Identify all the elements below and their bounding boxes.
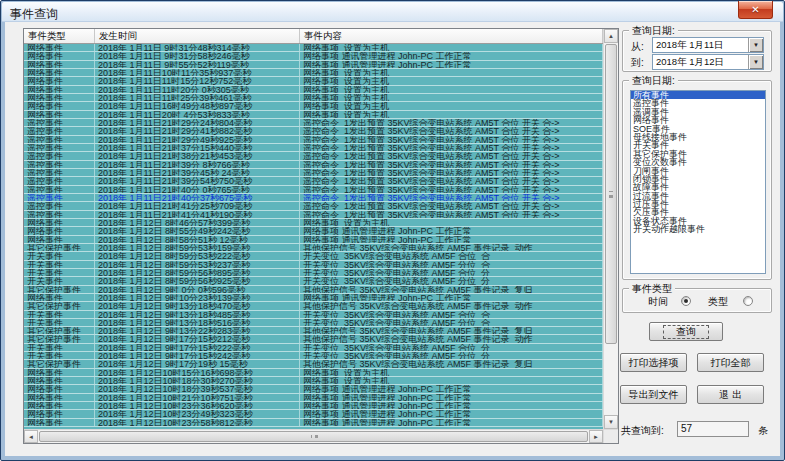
- table-row[interactable]: 网络事件2018年 1月11日 9时31分58秒246毫秒网络事项 通讯管理进程…: [24, 52, 603, 60]
- table-row[interactable]: 其它保护事件2018年 1月12日 9时 0分 0秒596毫秒其他保护信号 35…: [24, 286, 603, 294]
- table-row[interactable]: 遥控事件2018年 1月11日21时41分25秒709毫秒遥控命令 1发出预置 …: [24, 202, 603, 210]
- cell-time: 2018年 1月12日 9时13分18秒516毫秒: [95, 319, 300, 326]
- table-row[interactable]: 开关事件2018年 1月12日 9时13分18秒485毫秒开关变位 35KV综合…: [24, 311, 603, 319]
- exit-button[interactable]: 退 出: [697, 385, 764, 404]
- table-row[interactable]: 网络事件2018年 1月12日10时23分36秒620毫秒网络事项 通讯管理进程…: [24, 402, 603, 410]
- table-row[interactable]: 网络事件2018年 1月11日20时 4分53秒833毫秒网络事项 设置为主机: [24, 111, 603, 119]
- title-bar[interactable]: 事件查询: [2, 2, 783, 22]
- table-row[interactable]: 开关事件2018年 1月12日 9时17分15秒222毫秒开关变位 35KV综合…: [24, 344, 603, 352]
- cell-content: 开关变位 35KV综合变电站系统 AM5F 合位 分: [300, 269, 603, 276]
- scroll-left-arrow-icon[interactable]: ◄: [24, 430, 38, 443]
- cell-content: 遥控命令 1发出预置 35KV综合变电站系统 AM5T 合位 开关 合->: [300, 144, 603, 151]
- col-header-event-content[interactable]: 事件内容: [300, 29, 603, 43]
- table-row[interactable]: 遥控事件2018年 1月11日21时39分45秒 24毫秒遥控命令 1发出预置 …: [24, 169, 603, 177]
- table-row[interactable]: 网络事件2018年 1月11日10时11分35秒937毫秒网络事项 设置为主机: [24, 69, 603, 77]
- table-row[interactable]: 遥控事件2018年 1月11日21时29分24秒804毫秒遥控命令 1发出预置 …: [24, 119, 603, 127]
- table-row[interactable]: 遥控事件2018年 1月11日21时37分15秒440毫秒遥控命令 1发出预置 …: [24, 144, 603, 152]
- table-row[interactable]: 网络事件2018年 1月11日11时15分12秒752毫秒网络事项 设置为主机: [24, 77, 603, 85]
- table-row[interactable]: 开关事件2018年 1月12日 9时17分15秒242毫秒开关变位 35KV综合…: [24, 352, 603, 360]
- table-row[interactable]: 网络事件2018年 1月11日 9时55分52秒119毫秒网络事项 通讯管理进程…: [24, 61, 603, 69]
- close-button[interactable]: ✕: [738, 1, 773, 19]
- table-row[interactable]: 其它保护事件2018年 1月12日 9时13分22秒283毫秒其他保护信号 35…: [24, 327, 603, 335]
- cell-type: 开关事件: [24, 252, 95, 259]
- horizontal-scroll-thumb[interactable]: [39, 431, 588, 442]
- table-row[interactable]: 遥控事件2018年 1月11日21时39分54秒750毫秒遥控命令 1发出预置 …: [24, 177, 603, 185]
- cell-content: 遥控命令 1发出预置 35KV综合变电站系统 AM5T 合位 开关 合->: [300, 202, 603, 209]
- cell-time: 2018年 1月12日 9时13分18秒485毫秒: [95, 311, 300, 318]
- listbox-item[interactable]: 开关动作越限事件: [631, 225, 765, 233]
- table-row[interactable]: 网络事件2018年 1月12日10时18分30秒270毫秒网络事项 设置为主机: [24, 377, 603, 385]
- table-row[interactable]: 其它保护事件2018年 1月12日 8时59分53秒159毫秒其他保护信号 35…: [24, 244, 603, 252]
- cell-content: 网络事项 通讯管理进程 John-PC 工作正常: [300, 419, 603, 426]
- cell-type: 网络事件: [24, 377, 95, 384]
- table-row[interactable]: 网络事件2018年 1月12日10时23分58秒812毫秒网络事项 通讯管理进程…: [24, 419, 603, 427]
- table-row[interactable]: 网络事件2018年 1月12日 8时46分57秒399毫秒网络事项 设置为主机: [24, 219, 603, 227]
- scroll-down-arrow-icon[interactable]: ▼: [604, 415, 618, 429]
- query-button[interactable]: 查询: [649, 322, 723, 341]
- table-row[interactable]: 其它保护事件2018年 1月12日 9时17分19秒 15毫秒其他保护信号 35…: [24, 360, 603, 368]
- vertical-scroll-thumb[interactable]: [605, 44, 617, 344]
- table-row[interactable]: 遥控事件2018年 1月11日21时29分41秒882毫秒遥控命令 1发出预置 …: [24, 127, 603, 135]
- table-row[interactable]: 遥控事件2018年 1月11日21时40分 0秒765毫秒遥控命令 1发出预置 …: [24, 186, 603, 194]
- scroll-right-arrow-icon[interactable]: ►: [589, 430, 603, 443]
- table-row[interactable]: 开关事件2018年 1月12日 8时59分56秒895毫秒开关变位 35KV综合…: [24, 269, 603, 277]
- chevron-down-icon[interactable]: ▼: [748, 38, 763, 52]
- table-row[interactable]: 开关事件2018年 1月12日 8时59分56秒925毫秒开关变位 35KV综合…: [24, 277, 603, 285]
- table-row[interactable]: 网络事件2018年 1月12日10时21分10秒751毫秒网络事项 通讯管理进程…: [24, 394, 603, 402]
- cell-content: 开关变位 35KV综合变电站系统 AM5F 分位 分: [300, 277, 603, 284]
- table-row[interactable]: 遥控事件2018年 1月11日21时29分49秒925毫秒遥控命令 1发出预置 …: [24, 136, 603, 144]
- table-row[interactable]: 其它保护事件2018年 1月12日 9时13分18秒470毫秒其他保护信号 35…: [24, 302, 603, 310]
- table-row[interactable]: 网络事件2018年 1月12日10时23分49秒323毫秒网络事项 通讯管理进程…: [24, 410, 603, 418]
- cell-type: 遥控事件: [24, 127, 95, 134]
- table-row[interactable]: 网络事件2018年 1月11日11时20分 0秒305毫秒网络事项 设置为主机: [24, 86, 603, 94]
- cell-time: 2018年 1月11日 9时55分52秒119毫秒: [95, 61, 300, 68]
- event-type-listbox[interactable]: 所有事件遥控事件遥调事件网络事件SOE事件母线接地事件开关事件其它保护事件变位次…: [630, 90, 766, 274]
- table-row[interactable]: 其它保护事件2018年 1月12日 9时17分15秒212毫秒其他保护信号 35…: [24, 335, 603, 343]
- cell-time: 2018年 1月11日21时37分15秒440毫秒: [95, 144, 300, 151]
- table-row[interactable]: 网络事件2018年 1月12日 8时55分49秒242毫秒网络事项 通讯管理进程…: [24, 227, 603, 235]
- vertical-scrollbar[interactable]: ▲ ▼: [603, 29, 618, 429]
- cell-content: 网络事项 设置为主机: [300, 219, 603, 226]
- cell-time: 2018年 1月11日 9时31分48秒314毫秒: [95, 44, 300, 51]
- export-to-file-button[interactable]: 导出到文件: [620, 385, 687, 404]
- table-row[interactable]: 开关事件2018年 1月12日 9时13分18秒516毫秒开关变位 35KV综合…: [24, 319, 603, 327]
- table-row[interactable]: 网络事件2018年 1月11日 9时31分48秒314毫秒网络事项 设置为主机: [24, 44, 603, 52]
- col-header-event-time[interactable]: 发生时间: [95, 29, 300, 43]
- table-row[interactable]: 网络事件2018年 1月11日16时49分48秒897毫秒网络事项 设置为主机: [24, 102, 603, 110]
- scroll-up-arrow-icon[interactable]: ▲: [604, 29, 618, 43]
- cell-type: 网络事件: [24, 102, 95, 109]
- chevron-down-icon[interactable]: ▼: [748, 55, 763, 69]
- cell-time: 2018年 1月12日 9时17分15秒242毫秒: [95, 352, 300, 359]
- horizontal-scrollbar[interactable]: ◄ ►: [24, 429, 603, 443]
- cell-content: 网络事项 通讯管理进程 John-PC 工作正常: [300, 227, 603, 234]
- table-row[interactable]: 遥控事件2018年 1月11日21时39分 8秒766毫秒遥控命令 1发出预置 …: [24, 161, 603, 169]
- table-row[interactable]: 网络事件2018年 1月12日 9时10分23秒139毫秒网络事项 通讯管理进程…: [24, 294, 603, 302]
- cell-type: 遥控事件: [24, 177, 95, 184]
- table-row[interactable]: 开关事件2018年 1月12日 8时59分53秒222毫秒开关变位 35KV综合…: [24, 252, 603, 260]
- cell-type: 遥控事件: [24, 144, 95, 151]
- cell-content: 网络事项 设置为主机: [300, 44, 603, 51]
- table-row[interactable]: 遥控事件2018年 1月11日21时40分37秒675毫秒遥控命令 1发出预置 …: [24, 194, 603, 202]
- cell-time: 2018年 1月12日 8时58分51秒 12毫秒: [95, 236, 300, 243]
- print-all-button[interactable]: 打印全部: [697, 353, 764, 372]
- col-header-event-type[interactable]: 事件类型: [24, 29, 95, 43]
- table-row[interactable]: 网络事件2018年 1月12日10时15分16秒698毫秒网络事项 设置为主机: [24, 369, 603, 377]
- cell-time: 2018年 1月11日21时39分45秒 24毫秒: [95, 169, 300, 176]
- print-selected-button[interactable]: 打印选择项: [620, 353, 687, 372]
- cell-content: 开关变位 35KV综合变电站系统 AM5F 合位 合: [300, 252, 603, 259]
- from-date-combobox[interactable]: 2018年 1月11日 ▼: [652, 37, 764, 53]
- cell-type: 开关事件: [24, 344, 95, 351]
- radio-type[interactable]: [743, 296, 753, 306]
- to-date-combobox[interactable]: 2018年 1月12日 ▼: [652, 54, 764, 70]
- table-row[interactable]: 网络事件2018年 1月12日 8时58分51秒 12毫秒网络事项 通讯管理进程…: [24, 236, 603, 244]
- table-row[interactable]: 网络事件2018年 1月12日10时18分39秒537毫秒网络事项 通讯管理进程…: [24, 385, 603, 393]
- cell-time: 2018年 1月11日21时39分54秒750毫秒: [95, 177, 300, 184]
- cell-content: 网络事项 通讯管理进程 John-PC 工作正常: [300, 236, 603, 243]
- cell-type: 网络事件: [24, 369, 95, 376]
- cell-type: 网络事件: [24, 86, 95, 93]
- radio-time[interactable]: [681, 296, 691, 306]
- table-row[interactable]: 遥控事件2018年 1月11日21时38分21秒453毫秒遥控命令 1发出预置 …: [24, 152, 603, 160]
- table-row[interactable]: 开关事件2018年 1月12日 8时59分53秒237毫秒开关变位 35KV综合…: [24, 261, 603, 269]
- table-row[interactable]: 网络事件2018年 1月11日11时25分39秒461毫秒网络事项 设置为主机: [24, 94, 603, 102]
- table-row[interactable]: 遥控事件2018年 1月11日21时41分41秒190毫秒遥控命令 1发出预置 …: [24, 211, 603, 219]
